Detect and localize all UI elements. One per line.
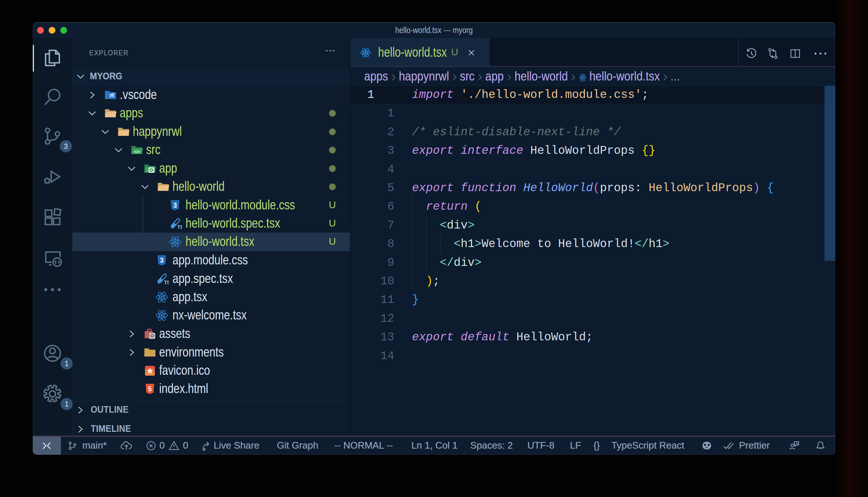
svg-text:3: 3 — [174, 202, 177, 209]
svg-text:</>: </> — [134, 149, 140, 154]
svg-text:5: 5 — [148, 385, 152, 393]
svg-text:TS: TS — [177, 225, 182, 230]
svg-text:TS: TS — [164, 280, 169, 285]
svg-text:3: 3 — [160, 257, 164, 264]
